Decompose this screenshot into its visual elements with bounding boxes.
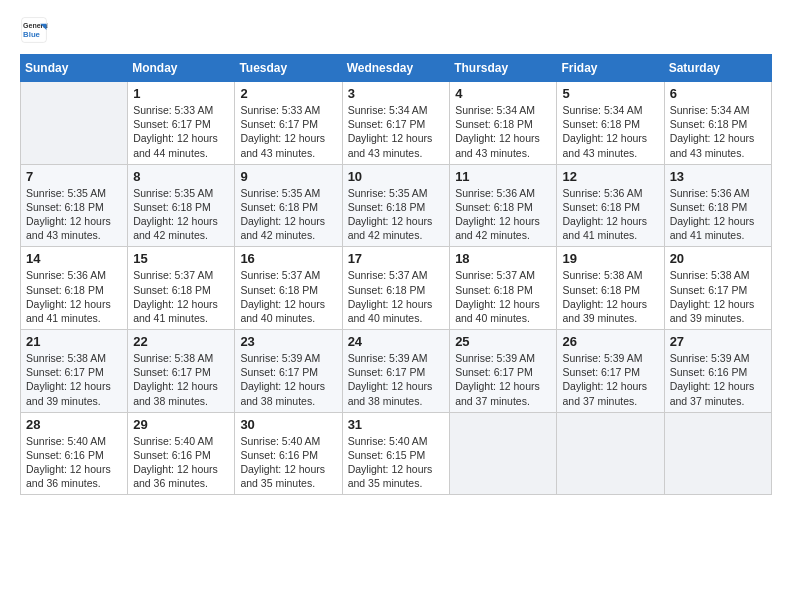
calendar-cell: 29Sunrise: 5:40 AMSunset: 6:16 PMDayligh… — [128, 412, 235, 495]
calendar-week-4: 21Sunrise: 5:38 AMSunset: 6:17 PMDayligh… — [21, 330, 772, 413]
calendar-week-3: 14Sunrise: 5:36 AMSunset: 6:18 PMDayligh… — [21, 247, 772, 330]
calendar-cell: 3Sunrise: 5:34 AMSunset: 6:17 PMDaylight… — [342, 82, 450, 165]
calendar-cell: 7Sunrise: 5:35 AMSunset: 6:18 PMDaylight… — [21, 164, 128, 247]
col-header-friday: Friday — [557, 55, 664, 82]
calendar-cell: 30Sunrise: 5:40 AMSunset: 6:16 PMDayligh… — [235, 412, 342, 495]
day-info: Sunrise: 5:39 AMSunset: 6:17 PMDaylight:… — [348, 351, 445, 408]
day-info: Sunrise: 5:37 AMSunset: 6:18 PMDaylight:… — [240, 268, 336, 325]
day-number: 5 — [562, 86, 658, 101]
day-info: Sunrise: 5:39 AMSunset: 6:17 PMDaylight:… — [240, 351, 336, 408]
col-header-sunday: Sunday — [21, 55, 128, 82]
calendar-cell: 31Sunrise: 5:40 AMSunset: 6:15 PMDayligh… — [342, 412, 450, 495]
day-info: Sunrise: 5:33 AMSunset: 6:17 PMDaylight:… — [133, 103, 229, 160]
day-info: Sunrise: 5:34 AMSunset: 6:17 PMDaylight:… — [348, 103, 445, 160]
calendar-cell: 25Sunrise: 5:39 AMSunset: 6:17 PMDayligh… — [450, 330, 557, 413]
day-info: Sunrise: 5:39 AMSunset: 6:16 PMDaylight:… — [670, 351, 766, 408]
calendar-cell: 27Sunrise: 5:39 AMSunset: 6:16 PMDayligh… — [664, 330, 771, 413]
day-number: 22 — [133, 334, 229, 349]
day-number: 31 — [348, 417, 445, 432]
day-number: 3 — [348, 86, 445, 101]
day-number: 26 — [562, 334, 658, 349]
day-info: Sunrise: 5:35 AMSunset: 6:18 PMDaylight:… — [26, 186, 122, 243]
day-info: Sunrise: 5:36 AMSunset: 6:18 PMDaylight:… — [455, 186, 551, 243]
calendar-cell: 17Sunrise: 5:37 AMSunset: 6:18 PMDayligh… — [342, 247, 450, 330]
day-number: 12 — [562, 169, 658, 184]
calendar-cell: 6Sunrise: 5:34 AMSunset: 6:18 PMDaylight… — [664, 82, 771, 165]
day-number: 7 — [26, 169, 122, 184]
calendar-cell: 8Sunrise: 5:35 AMSunset: 6:18 PMDaylight… — [128, 164, 235, 247]
day-number: 21 — [26, 334, 122, 349]
calendar-cell — [21, 82, 128, 165]
day-info: Sunrise: 5:34 AMSunset: 6:18 PMDaylight:… — [562, 103, 658, 160]
day-info: Sunrise: 5:35 AMSunset: 6:18 PMDaylight:… — [348, 186, 445, 243]
day-info: Sunrise: 5:40 AMSunset: 6:15 PMDaylight:… — [348, 434, 445, 491]
day-number: 10 — [348, 169, 445, 184]
day-number: 15 — [133, 251, 229, 266]
calendar-cell: 28Sunrise: 5:40 AMSunset: 6:16 PMDayligh… — [21, 412, 128, 495]
col-header-wednesday: Wednesday — [342, 55, 450, 82]
day-number: 16 — [240, 251, 336, 266]
day-number: 24 — [348, 334, 445, 349]
day-info: Sunrise: 5:37 AMSunset: 6:18 PMDaylight:… — [133, 268, 229, 325]
calendar-week-5: 28Sunrise: 5:40 AMSunset: 6:16 PMDayligh… — [21, 412, 772, 495]
day-number: 9 — [240, 169, 336, 184]
calendar-table: SundayMondayTuesdayWednesdayThursdayFrid… — [20, 54, 772, 495]
svg-text:Blue: Blue — [23, 30, 41, 39]
day-number: 11 — [455, 169, 551, 184]
day-number: 30 — [240, 417, 336, 432]
calendar-cell: 10Sunrise: 5:35 AMSunset: 6:18 PMDayligh… — [342, 164, 450, 247]
day-number: 18 — [455, 251, 551, 266]
header: General Blue — [20, 16, 772, 44]
calendar-cell: 23Sunrise: 5:39 AMSunset: 6:17 PMDayligh… — [235, 330, 342, 413]
col-header-saturday: Saturday — [664, 55, 771, 82]
day-info: Sunrise: 5:39 AMSunset: 6:17 PMDaylight:… — [562, 351, 658, 408]
calendar-cell: 21Sunrise: 5:38 AMSunset: 6:17 PMDayligh… — [21, 330, 128, 413]
day-number: 2 — [240, 86, 336, 101]
day-info: Sunrise: 5:38 AMSunset: 6:18 PMDaylight:… — [562, 268, 658, 325]
calendar-cell: 20Sunrise: 5:38 AMSunset: 6:17 PMDayligh… — [664, 247, 771, 330]
col-header-monday: Monday — [128, 55, 235, 82]
day-info: Sunrise: 5:33 AMSunset: 6:17 PMDaylight:… — [240, 103, 336, 160]
logo: General Blue — [20, 16, 48, 44]
col-header-tuesday: Tuesday — [235, 55, 342, 82]
calendar-week-1: 1Sunrise: 5:33 AMSunset: 6:17 PMDaylight… — [21, 82, 772, 165]
day-info: Sunrise: 5:38 AMSunset: 6:17 PMDaylight:… — [670, 268, 766, 325]
calendar-cell: 26Sunrise: 5:39 AMSunset: 6:17 PMDayligh… — [557, 330, 664, 413]
day-info: Sunrise: 5:37 AMSunset: 6:18 PMDaylight:… — [455, 268, 551, 325]
day-info: Sunrise: 5:38 AMSunset: 6:17 PMDaylight:… — [26, 351, 122, 408]
day-info: Sunrise: 5:37 AMSunset: 6:18 PMDaylight:… — [348, 268, 445, 325]
day-number: 13 — [670, 169, 766, 184]
calendar-cell: 13Sunrise: 5:36 AMSunset: 6:18 PMDayligh… — [664, 164, 771, 247]
day-info: Sunrise: 5:38 AMSunset: 6:17 PMDaylight:… — [133, 351, 229, 408]
calendar-cell: 15Sunrise: 5:37 AMSunset: 6:18 PMDayligh… — [128, 247, 235, 330]
calendar-cell: 18Sunrise: 5:37 AMSunset: 6:18 PMDayligh… — [450, 247, 557, 330]
day-number: 19 — [562, 251, 658, 266]
day-info: Sunrise: 5:40 AMSunset: 6:16 PMDaylight:… — [133, 434, 229, 491]
day-number: 6 — [670, 86, 766, 101]
day-number: 8 — [133, 169, 229, 184]
calendar-cell: 16Sunrise: 5:37 AMSunset: 6:18 PMDayligh… — [235, 247, 342, 330]
calendar-cell: 5Sunrise: 5:34 AMSunset: 6:18 PMDaylight… — [557, 82, 664, 165]
day-info: Sunrise: 5:34 AMSunset: 6:18 PMDaylight:… — [670, 103, 766, 160]
calendar-cell: 19Sunrise: 5:38 AMSunset: 6:18 PMDayligh… — [557, 247, 664, 330]
calendar-cell: 1Sunrise: 5:33 AMSunset: 6:17 PMDaylight… — [128, 82, 235, 165]
day-info: Sunrise: 5:36 AMSunset: 6:18 PMDaylight:… — [670, 186, 766, 243]
calendar-week-2: 7Sunrise: 5:35 AMSunset: 6:18 PMDaylight… — [21, 164, 772, 247]
calendar-cell — [450, 412, 557, 495]
day-number: 1 — [133, 86, 229, 101]
calendar-cell: 22Sunrise: 5:38 AMSunset: 6:17 PMDayligh… — [128, 330, 235, 413]
day-info: Sunrise: 5:35 AMSunset: 6:18 PMDaylight:… — [240, 186, 336, 243]
day-number: 20 — [670, 251, 766, 266]
day-number: 14 — [26, 251, 122, 266]
day-number: 29 — [133, 417, 229, 432]
calendar-cell — [664, 412, 771, 495]
calendar-cell: 11Sunrise: 5:36 AMSunset: 6:18 PMDayligh… — [450, 164, 557, 247]
calendar-cell: 9Sunrise: 5:35 AMSunset: 6:18 PMDaylight… — [235, 164, 342, 247]
calendar-cell: 14Sunrise: 5:36 AMSunset: 6:18 PMDayligh… — [21, 247, 128, 330]
col-header-thursday: Thursday — [450, 55, 557, 82]
calendar-cell: 24Sunrise: 5:39 AMSunset: 6:17 PMDayligh… — [342, 330, 450, 413]
day-info: Sunrise: 5:40 AMSunset: 6:16 PMDaylight:… — [26, 434, 122, 491]
day-info: Sunrise: 5:35 AMSunset: 6:18 PMDaylight:… — [133, 186, 229, 243]
logo-icon: General Blue — [20, 16, 48, 44]
day-number: 28 — [26, 417, 122, 432]
